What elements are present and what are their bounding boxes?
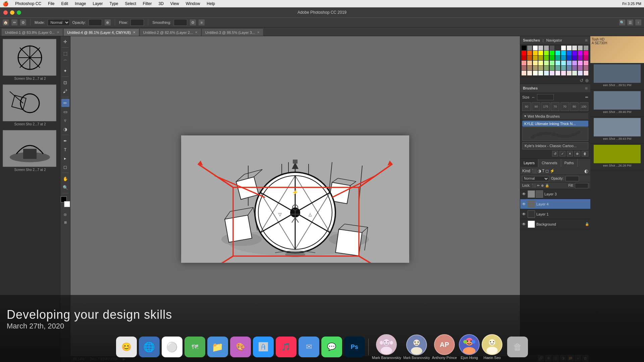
brushes-close[interactable]: ≡	[585, 85, 588, 91]
layer-item[interactable]: 👁Layer 1	[520, 209, 590, 219]
swatch-color[interactable]	[544, 51, 549, 55]
dock-trash[interactable]: 🗑	[507, 337, 528, 357]
dodge-tool[interactable]: ◑	[61, 125, 69, 133]
tab-untitled1[interactable]: Untitled-1 @ 83.8% (Layer 0... ✕	[1, 28, 63, 36]
flow-input[interactable]: 100%	[130, 19, 144, 26]
layer-visibility-toggle[interactable]: 👁	[522, 212, 526, 217]
swatch-color[interactable]	[533, 71, 538, 75]
opacity-options-icon[interactable]: ⊕	[105, 19, 111, 25]
swatch-color[interactable]	[578, 51, 583, 55]
swatch-color[interactable]	[555, 51, 560, 55]
swatch-color[interactable]	[578, 71, 583, 75]
panel-options-icon[interactable]: ☰	[627, 19, 633, 25]
swatch-color[interactable]	[561, 71, 566, 75]
swatch-color[interactable]	[533, 61, 538, 65]
swatch-color[interactable]	[567, 61, 572, 65]
thumbnail-1[interactable]: Screen Sho 2...7 at 2	[3, 39, 57, 80]
layer-visibility-toggle[interactable]: 👁	[522, 222, 526, 227]
brush-size-input[interactable]: 50 px	[537, 94, 554, 100]
brush-icon[interactable]: ✏	[11, 19, 17, 25]
avatar-ap[interactable]: AP	[434, 334, 455, 355]
menu-help[interactable]: Help	[205, 1, 216, 6]
opacity-value-layers[interactable]: 100%	[566, 176, 579, 181]
swatch-color[interactable]	[561, 51, 566, 55]
tab-untitled3[interactable]: Untitled-3 @ 86.5% (Layer 3... ✕	[202, 28, 263, 36]
path-selection-tool[interactable]: ▸	[61, 154, 69, 162]
filter-smart-icon[interactable]: ⚡	[550, 169, 555, 173]
layer-item[interactable]: 👁Layer 4	[520, 199, 590, 209]
swatch-color[interactable]	[567, 71, 572, 75]
menu-photoshop[interactable]: Photoshop CC	[14, 1, 43, 6]
share-icon[interactable]: ↑	[635, 19, 641, 25]
type-tool[interactable]: T	[61, 145, 69, 154]
lock-position-icon[interactable]: ✏	[537, 184, 540, 187]
filter-shape-icon[interactable]: ◻	[545, 169, 549, 173]
swatch-color[interactable]	[522, 56, 526, 60]
tab-layers[interactable]: Layers	[520, 159, 538, 167]
recent-screenshot-item[interactable]: een Shot ...39:43 PM	[590, 117, 644, 143]
search-icon[interactable]: 🔍	[619, 19, 625, 25]
swatch-color[interactable]	[572, 71, 577, 75]
swatch-color[interactable]	[538, 51, 543, 55]
swatch-color[interactable]	[572, 61, 577, 65]
avatar-ejun[interactable]	[459, 334, 480, 355]
swatch-color[interactable]	[544, 56, 549, 60]
swatch-color[interactable]	[544, 61, 549, 65]
brush-rotate-btn[interactable]: ↺	[552, 151, 558, 157]
dock-itunes[interactable]: 🎵	[276, 337, 297, 357]
swatch-color[interactable]	[555, 61, 560, 65]
menu-image[interactable]: Image	[73, 1, 87, 6]
brush-edit-icon[interactable]: ✏	[585, 95, 588, 100]
menu-filter[interactable]: Filter	[142, 1, 153, 6]
screen-mode-toggle[interactable]: ⊞	[62, 219, 69, 226]
swatch-color[interactable]	[533, 51, 538, 55]
swatch-color[interactable]	[550, 71, 554, 75]
swatch-color[interactable]	[550, 61, 554, 65]
swatch-color[interactable]	[550, 46, 554, 50]
brush-settings-icon[interactable]: ⚙	[20, 19, 26, 25]
swatch-color[interactable]	[561, 46, 566, 50]
brush-category[interactable]: ▾ Wet Media Brushes	[522, 113, 588, 119]
apple-menu[interactable]: 🍎	[3, 1, 8, 6]
swatch-color[interactable]	[578, 46, 583, 50]
recent-screenshot-item[interactable]: een Shot ...39:51 PM	[590, 63, 644, 90]
tab-close-2[interactable]: ✕	[195, 31, 198, 34]
swatch-color[interactable]	[533, 46, 538, 50]
dock-paintbrush[interactable]: 🎨	[230, 337, 251, 357]
brush-preset[interactable]: 175	[541, 102, 550, 111]
fg-bg-colors[interactable]	[61, 196, 70, 207]
lasso-tool[interactable]: ⌒	[61, 58, 69, 66]
swatch-color[interactable]	[527, 71, 532, 75]
swatch-color[interactable]	[527, 51, 532, 55]
brush-preset[interactable]: 70	[560, 102, 569, 111]
menu-edit[interactable]: Edit	[60, 1, 69, 6]
swatch-color[interactable]	[555, 66, 560, 70]
dock-chrome[interactable]: ⚪	[162, 337, 182, 357]
brush-add-btn[interactable]: ⊕	[574, 151, 580, 157]
avatar-mark[interactable]	[376, 334, 397, 355]
quick-mask-toggle[interactable]: ◎	[62, 210, 69, 218]
dock-mail[interactable]: ✉	[299, 337, 319, 357]
menu-file[interactable]: File	[47, 1, 56, 6]
smoothing-input[interactable]: 11%	[174, 19, 187, 26]
lock-all-icon[interactable]: ⊕	[541, 184, 544, 187]
filter-pixel-icon[interactable]: ⬛	[532, 169, 537, 173]
navigator-title[interactable]: Navigator	[546, 38, 562, 42]
swatch-color[interactable]	[572, 46, 577, 50]
opacity-input[interactable]: 73%	[89, 19, 102, 26]
swatch-color[interactable]	[561, 56, 566, 60]
lock-pixels-icon[interactable]: ⬛	[532, 184, 536, 187]
swatch-color[interactable]	[527, 66, 532, 70]
recent-screenshot-item[interactable]: een Shot ...26:28 PM	[590, 143, 644, 170]
dock-finder[interactable]: 😊	[116, 337, 137, 357]
swatch-color[interactable]	[538, 71, 543, 75]
eraser-tool[interactable]: ▭	[61, 108, 69, 116]
swatch-color[interactable]	[527, 56, 532, 60]
tab-close-0[interactable]: ✕	[57, 31, 59, 34]
brush-preset[interactable]: 80	[522, 102, 531, 111]
swatch-color[interactable]	[561, 61, 566, 65]
avatar-haein[interactable]	[482, 334, 502, 355]
swatch-color[interactable]	[567, 51, 572, 55]
swatch-color[interactable]	[584, 46, 588, 50]
swatch-color[interactable]	[578, 66, 583, 70]
